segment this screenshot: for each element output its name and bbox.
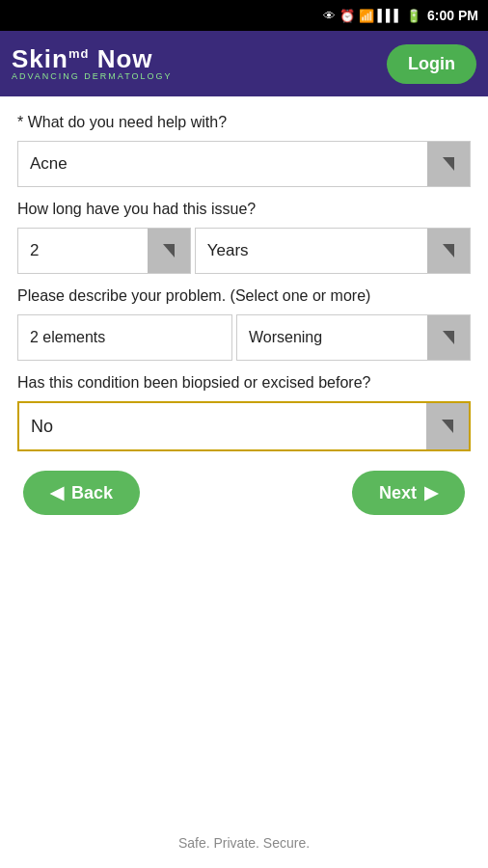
status-icons: 👁 ⏰ 📶 ▌▌▌ 🔋 [323, 9, 422, 23]
next-button[interactable]: Next ▶ [352, 471, 465, 515]
logo-md: md [68, 46, 90, 61]
duration-unit-dropdown[interactable]: Years [195, 228, 471, 274]
footer-text: Safe. Private. Secure. [178, 835, 310, 851]
help-with-arrow[interactable] [427, 142, 470, 186]
next-label: Next [379, 483, 417, 503]
duration-row: 2 Years [17, 228, 471, 274]
condition-arrow[interactable] [427, 315, 470, 360]
status-time: 6:00 PM [427, 8, 478, 23]
help-with-dropdown[interactable]: Acne [17, 141, 471, 187]
biopsy-arrow[interactable] [426, 403, 469, 449]
app-header: Skinmd Now Advancing Dermatology Login [0, 31, 488, 96]
status-bar: 👁 ⏰ 📶 ▌▌▌ 🔋 6:00 PM [0, 0, 488, 31]
back-label: Back [71, 483, 113, 503]
next-arrow-icon: ▶ [424, 482, 438, 503]
condition-dropdown[interactable]: Worsening [236, 314, 471, 361]
back-button[interactable]: ◀ Back [23, 471, 140, 515]
logo: Skinmd Now Advancing Dermatology [12, 45, 173, 82]
logo-title: Skinmd Now [12, 45, 173, 73]
condition-value: Worsening [237, 329, 427, 346]
problem-row: 2 elements Worsening [17, 314, 471, 361]
signal-icon: ▌▌▌ [378, 9, 403, 22]
question4-label: Has this condition been biopsied or exci… [17, 374, 471, 392]
logo-skin-text: Skin [12, 44, 68, 73]
eye-icon: 👁 [323, 9, 336, 23]
duration-unit-value: Years [196, 241, 427, 260]
duration-unit-arrow[interactable] [427, 229, 470, 273]
wifi-icon: 📶 [359, 9, 374, 23]
logo-now: Now [97, 44, 153, 73]
login-button[interactable]: Login [387, 44, 476, 84]
question1-label: * What do you need help with? [17, 114, 471, 131]
duration-number-arrow[interactable] [148, 229, 190, 273]
elements-dropdown[interactable]: 2 elements [17, 314, 232, 361]
footer: Safe. Private. Secure. [0, 835, 488, 851]
main-content: * What do you need help with? Acne How l… [0, 96, 488, 515]
nav-buttons: ◀ Back Next ▶ [17, 471, 471, 515]
duration-number-value: 2 [18, 241, 148, 260]
question2-label: How long have you had this issue? [17, 201, 471, 218]
back-arrow-icon: ◀ [50, 482, 64, 503]
duration-number-dropdown[interactable]: 2 [17, 228, 191, 274]
help-with-value: Acne [18, 154, 427, 174]
alarm-icon: ⏰ [339, 9, 355, 23]
question3-label: Please describe your problem. (Select on… [17, 287, 471, 305]
biopsy-value: No [19, 417, 426, 437]
elements-value: 2 elements [18, 329, 231, 346]
logo-subtitle: Advancing Dermatology [12, 72, 173, 82]
biopsy-dropdown[interactable]: No [17, 401, 471, 451]
battery-icon: 🔋 [406, 9, 421, 23]
